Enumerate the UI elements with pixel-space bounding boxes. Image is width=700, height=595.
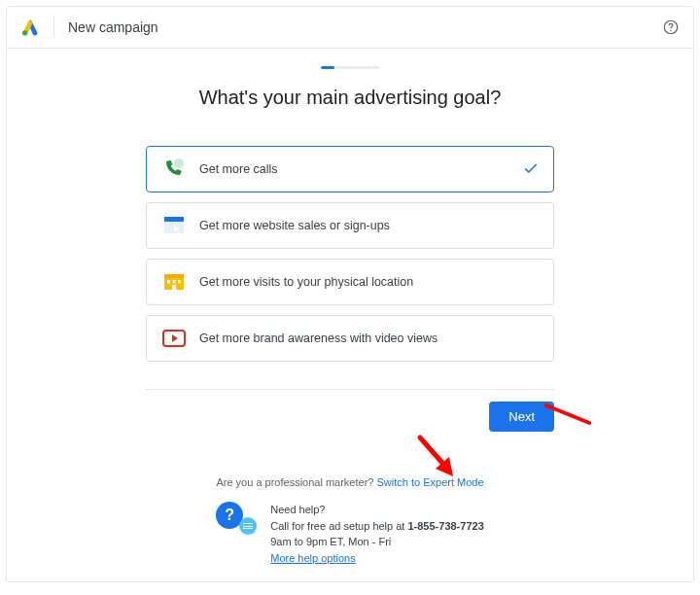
svg-point-3 bbox=[174, 158, 184, 168]
main-card: What's your main advertising goal? Get m… bbox=[6, 49, 694, 582]
google-ads-logo-icon bbox=[20, 18, 40, 37]
goal-option-label: Get more visits to your physical locatio… bbox=[199, 275, 540, 289]
svg-rect-4 bbox=[164, 217, 184, 222]
next-button[interactable]: Next bbox=[489, 402, 554, 432]
goal-option-calls[interactable]: Get more calls bbox=[146, 146, 554, 192]
help-phone-prefix: Call for free ad setup help at bbox=[270, 520, 407, 532]
help-hours: 9am to 9pm ET, Mon - Fri bbox=[270, 534, 484, 550]
goal-option-video[interactable]: Get more brand awareness with video view… bbox=[146, 315, 554, 362]
help-phone-number: 1-855-738-7723 bbox=[407, 520, 483, 532]
goal-option-location[interactable]: Get more visits to your physical locatio… bbox=[146, 259, 554, 305]
help-outline-icon[interactable] bbox=[662, 18, 680, 36]
store-icon bbox=[160, 273, 188, 291]
svg-point-0 bbox=[22, 30, 27, 35]
top-bar: New campaign bbox=[6, 6, 694, 49]
help-chat-icon: ? bbox=[216, 502, 257, 535]
progress-bar bbox=[321, 66, 379, 69]
youtube-icon bbox=[160, 330, 188, 347]
phone-icon bbox=[160, 158, 188, 180]
goal-options: Get more calls Get more website sales or… bbox=[146, 146, 554, 362]
section-divider bbox=[146, 389, 554, 390]
footer-row: Next bbox=[146, 402, 554, 432]
svg-point-2 bbox=[670, 30, 672, 32]
more-help-link[interactable]: More help options bbox=[270, 552, 355, 564]
svg-rect-8 bbox=[167, 280, 170, 284]
help-heading: Need help? bbox=[270, 502, 484, 518]
question-heading: What's your main advertising goal? bbox=[7, 87, 693, 109]
goal-option-label: Get more calls bbox=[199, 162, 522, 176]
divider bbox=[53, 17, 54, 38]
expert-prompt-text: Are you a professional marketer? bbox=[216, 476, 376, 488]
goal-option-label: Get more website sales or sign-ups bbox=[199, 219, 540, 232]
svg-rect-9 bbox=[173, 280, 176, 284]
check-icon bbox=[522, 160, 540, 178]
help-block: ? Need help? Call for free ad setup help… bbox=[7, 502, 693, 566]
svg-rect-7 bbox=[164, 274, 184, 278]
progress-fill bbox=[321, 66, 334, 69]
switch-expert-mode-link[interactable]: Switch to Expert Mode bbox=[377, 476, 484, 488]
goal-option-label: Get more brand awareness with video view… bbox=[199, 332, 540, 345]
browser-window-icon bbox=[160, 216, 188, 235]
page-title: New campaign bbox=[68, 19, 662, 35]
svg-rect-10 bbox=[178, 280, 181, 284]
help-phone-line: Call for free ad setup help at 1-855-738… bbox=[270, 518, 484, 535]
goal-option-website[interactable]: Get more website sales or sign-ups bbox=[146, 202, 554, 249]
svg-rect-11 bbox=[172, 285, 176, 290]
expert-mode-row: Are you a professional marketer? Switch … bbox=[7, 476, 693, 488]
